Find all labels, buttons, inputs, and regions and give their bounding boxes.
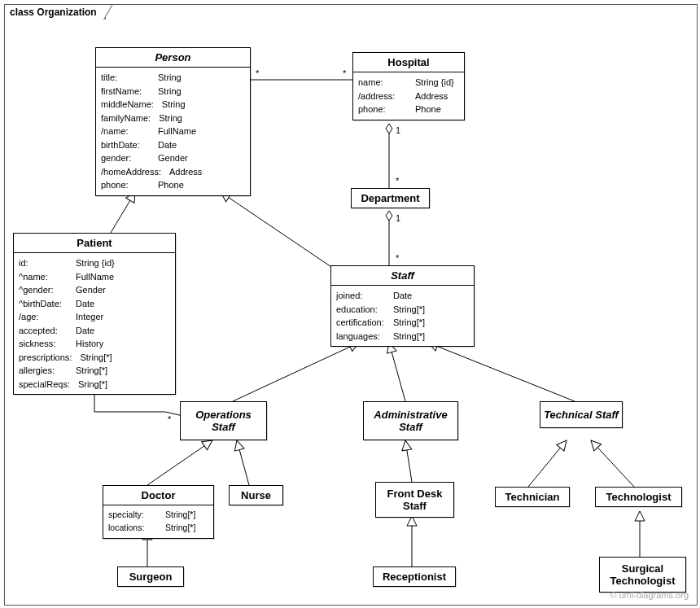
svg-text:*: * — [168, 414, 172, 424]
class-department: Department — [351, 188, 430, 208]
attribute-row: /name:FullName — [101, 125, 245, 138]
class-hospital: Hospital name:String {id}/address:Addres… — [352, 52, 465, 120]
svg-text:1: 1 — [396, 125, 400, 135]
class-technical-staff: Technical Staff — [540, 401, 623, 428]
svg-line-9 — [111, 192, 135, 233]
attribute-row: specialReqs:Sring[*] — [19, 378, 170, 391]
class-surgeon: Surgeon — [117, 566, 184, 587]
attribute-row: title:String — [101, 71, 245, 85]
attribute-row: ^gender:Gender — [19, 283, 170, 297]
class-title: Surgical Technologist — [600, 558, 685, 592]
attribute-row: locations:String[*] — [108, 522, 208, 535]
class-operations-staff: Operations Staff — [180, 401, 267, 440]
attribute-row: /homeAddress:Address — [101, 165, 245, 179]
attribute-row: specialty:String[*] — [108, 509, 208, 522]
svg-line-17 — [237, 440, 249, 485]
attribute-row: middleName:String — [101, 98, 245, 112]
svg-line-16 — [147, 440, 212, 485]
class-surgical-technologist: Surgical Technologist — [599, 557, 686, 593]
class-title: Doctor — [103, 486, 213, 505]
svg-text:*: * — [256, 68, 260, 78]
class-title: Hospital — [353, 53, 464, 72]
svg-text:*: * — [396, 253, 400, 263]
class-title: Department — [352, 189, 429, 208]
class-attrs: joined:Dateeducation:String[*]certificat… — [331, 286, 474, 346]
class-title: Nurse — [230, 486, 282, 505]
attribute-row: gender:Gender — [101, 151, 245, 165]
attribute-row: phone:Phone — [101, 178, 245, 192]
attribute-row: ^name:FullName — [19, 270, 170, 284]
svg-line-10 — [221, 192, 341, 273]
class-title: Administrative Staff — [364, 402, 457, 440]
svg-line-13 — [233, 343, 359, 401]
attribute-row: id:String {id} — [19, 256, 170, 270]
class-nurse: Nurse — [229, 485, 283, 505]
attribute-row: name:String {id} — [358, 76, 459, 90]
class-title: Receptionist — [374, 567, 455, 586]
class-title: Technologist — [596, 488, 681, 506]
svg-line-20 — [591, 440, 634, 487]
class-title: Staff — [331, 266, 474, 286]
svg-text:*: * — [343, 68, 347, 78]
svg-line-15 — [428, 343, 575, 401]
svg-line-14 — [389, 343, 405, 401]
class-administrative-staff: Administrative Staff — [363, 401, 458, 440]
class-patient: Patient id:String {id}^name:FullName^gen… — [13, 233, 176, 395]
attribute-row: allergies:String[*] — [19, 364, 170, 378]
svg-text:1: 1 — [396, 213, 400, 223]
svg-line-19 — [528, 440, 567, 487]
class-title: Person — [96, 48, 250, 68]
svg-text:*: * — [396, 176, 400, 186]
attribute-row: accepted:Date — [19, 324, 170, 338]
class-doctor: Doctor specialty:String[*]locations:Stri… — [103, 485, 214, 539]
class-title: Technical Staff — [540, 402, 622, 427]
attribute-row: education:String[*] — [336, 303, 469, 317]
watermark: © uml-diagrams.org — [610, 590, 689, 600]
attribute-row: sickness:History — [19, 337, 170, 351]
class-front-desk-staff: Front Desk Staff — [375, 482, 454, 518]
svg-line-18 — [405, 440, 412, 482]
class-attrs: title:StringfirstName:StringmiddleName:S… — [96, 68, 250, 195]
class-receptionist: Receptionist — [373, 566, 456, 587]
class-attrs: id:String {id}^name:FullName^gender:Gend… — [14, 253, 175, 394]
class-title: Operations Staff — [181, 402, 266, 440]
attribute-row: /age:Integer — [19, 310, 170, 324]
attribute-row: phone:Phone — [358, 103, 459, 116]
attribute-row: prescriptions:String[*] — [19, 351, 170, 365]
attribute-row: certification:String[*] — [336, 316, 469, 330]
attribute-row: firstName:String — [101, 85, 245, 98]
attribute-row: birthDate:Date — [101, 138, 245, 152]
class-attrs: name:String {id}/address:Addressphone:Ph… — [353, 72, 464, 120]
class-attrs: specialty:String[*]locations:String[*] — [103, 505, 213, 538]
uml-frame: class Organization * * 1 * 1 * * * — [4, 4, 698, 606]
class-title: Patient — [14, 234, 175, 253]
class-staff: Staff joined:Dateeducation:String[*]cert… — [330, 265, 475, 347]
class-person: Person title:StringfirstName:Stringmiddl… — [95, 47, 251, 196]
attribute-row: familyName:String — [101, 112, 245, 125]
class-technologist: Technologist — [595, 487, 682, 507]
attribute-row: ^birthDate:Date — [19, 297, 170, 311]
class-technician: Technician — [495, 487, 570, 507]
frame-label: class Organization — [4, 4, 106, 20]
attribute-row: joined:Date — [336, 289, 469, 303]
attribute-row: /address:Address — [358, 90, 459, 103]
class-title: Front Desk Staff — [376, 483, 453, 517]
attribute-row: languages:String[*] — [336, 330, 469, 343]
class-title: Technician — [496, 488, 569, 506]
